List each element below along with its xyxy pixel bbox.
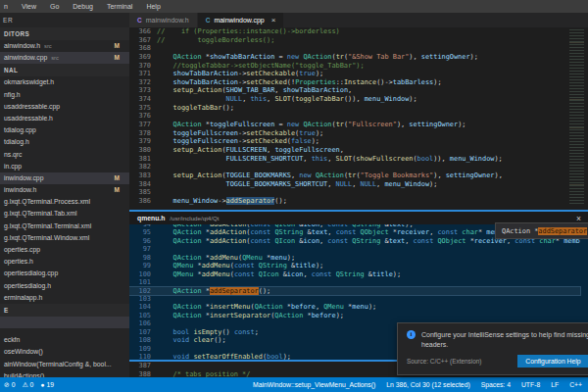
code-text <box>157 245 580 253</box>
sidebar-item[interactable]: opertiesdialog.cpp <box>0 268 129 279</box>
definition-hover-tooltip: QAction *addSeparator(); <box>495 222 588 239</box>
status-right-item-3[interactable]: UTF-8 <box>521 381 540 388</box>
code-line-379[interactable]: 379 toggleFullscreen->setChecked(false); <box>129 137 567 146</box>
status-warnings[interactable]: ⚠0 <box>22 381 33 389</box>
menu-item-debug[interactable]: Debug <box>73 3 93 10</box>
status-right-item-2[interactable]: Spaces: 4 <box>481 381 511 388</box>
code-text: setup_Action(SHOW_TAB_BAR, showTabBarAct… <box>157 86 567 95</box>
code-line-380[interactable]: 380 setup_Action(FULLSCREEN, toggleFulls… <box>129 146 567 155</box>
code-line-366[interactable]: 366// if (Properties::instance()->border… <box>129 27 567 36</box>
code-line-386[interactable]: 386 menu_Window->addSeparator(); <box>129 197 567 206</box>
sidebar-item[interactable]: g.lxqt.QTerminal.Process.xml <box>0 196 129 208</box>
code-line-382[interactable]: 382 <box>129 163 567 172</box>
code-line-372[interactable]: 372 showTabBarAction->setChecked(!Proper… <box>129 78 567 87</box>
line-number: 104 <box>129 303 157 311</box>
sidebar-item[interactable]: g.lxqt.QTerminal.Window.xml <box>0 232 129 244</box>
sidebar-item[interactable]: nfig.h <box>0 89 129 101</box>
sidebar-item[interactable]: tdialog.h <box>0 136 129 148</box>
sidebar-item[interactable]: inwindow.hM <box>0 184 129 196</box>
code-line-99[interactable]: 99 QMenu *addMenu(const QString &title); <box>129 262 580 270</box>
notification-button-configuration-help[interactable]: Configuration Help <box>517 355 588 368</box>
sidebar-section-header[interactable]: DITORS <box>0 27 129 40</box>
code-line-377[interactable]: 377 QAction *toggleFullscreen = new QAct… <box>129 121 567 129</box>
close-icon[interactable]: × <box>271 16 276 24</box>
sidebar-item[interactable]: tdialog.cpp <box>0 124 129 136</box>
sidebar-item[interactable]: oseWindow() <box>0 346 129 358</box>
sidebar-item[interactable]: ainwindow.hsrcM <box>0 40 129 52</box>
status-right-item-4[interactable]: LF <box>551 381 559 388</box>
sidebar-item[interactable]: g.lxqt.QTerminal.Terminal.xml <box>0 220 129 232</box>
line-number: 371 <box>129 70 157 78</box>
line-number: 106 <box>129 319 157 327</box>
code-line-381[interactable]: 381 FULLSCREEN_SHORTCUT, this, SLOT(show… <box>129 155 567 164</box>
status-right-item-1[interactable]: Ln 386, Col 30 (12 selected) <box>386 381 469 388</box>
sidebar-item[interactable]: ainWindow(TerminalConfig &, bool... <box>0 359 129 370</box>
code-line-98[interactable]: 98 QAction *addMenu(QMenu *menu); <box>129 254 580 262</box>
code-line-103[interactable]: 103 <box>129 295 580 303</box>
code-line-376[interactable]: 376 <box>129 112 567 121</box>
line-number: 368 <box>129 44 157 53</box>
sidebar-item[interactable] <box>0 317 129 328</box>
notification-buttons: Configuration HelpDon't Show Again <box>517 355 588 368</box>
sidebar-item[interactable]: usaddressable.cpp <box>0 101 129 113</box>
sidebar-item[interactable]: inwindow.cppM <box>0 172 129 184</box>
sidebar-item[interactable]: eckfn <box>0 334 129 346</box>
status-infos[interactable]: ●19 <box>40 381 54 388</box>
sidebar-item-label: opertiesdialog.h <box>4 280 51 292</box>
sidebar-item-label: opertiesdialog.cpp <box>4 268 58 279</box>
line-number: 103 <box>129 295 157 303</box>
code-line-104[interactable]: 104 QAction *insertMenu(QAction *before,… <box>129 303 580 311</box>
code-line-101[interactable]: 101 <box>129 278 580 286</box>
sidebar-item[interactable]: operties.h <box>0 256 129 268</box>
code-text: showTabBarAction->setChecked(!Properties… <box>157 78 567 87</box>
minimap[interactable] <box>567 27 588 210</box>
code-line-385[interactable]: 385 <box>129 188 567 197</box>
tab-label: mainwindow.cpp <box>214 17 264 24</box>
sidebar-item[interactable]: usaddressable.h <box>0 113 129 124</box>
code-line-373[interactable]: 373 setup_Action(SHOW_TAB_BAR, showTabBa… <box>129 86 567 95</box>
status-errors[interactable]: ⊘0 <box>4 381 15 389</box>
code-line-367[interactable]: 367// toggleBorderless(); <box>129 36 567 45</box>
code-text <box>157 112 567 121</box>
sidebar-section-header[interactable]: NAL <box>0 64 129 76</box>
code-line-383[interactable]: 383 setup_Action(TOGGLE_BOOKMARKS, new Q… <box>129 172 567 180</box>
code-line-102[interactable]: 102 QAction *addSeparator(); <box>129 287 580 295</box>
code-line-384[interactable]: 384 TOGGLE_BOOKMARKS_SHORTCUT, NULL, NUL… <box>129 180 567 189</box>
code-line-368[interactable]: 368 <box>129 44 567 53</box>
code-line-378[interactable]: 378 toggleFullscreen->setCheckable(true)… <box>129 129 567 138</box>
sidebar-item[interactable]: in.cpp <box>0 161 129 172</box>
tab-mainwindow-cpp[interactable]: Cmainwindow.cpp× <box>198 13 285 27</box>
code-line-97[interactable]: 97 <box>129 245 580 253</box>
sidebar-item[interactable]: erminalapp.h <box>0 292 129 304</box>
status-right-item-5[interactable]: C++ <box>569 381 582 388</box>
sidebar-item[interactable]: operties.cpp <box>0 244 129 256</box>
menu-item-view[interactable]: View <box>22 3 36 10</box>
sidebar-item-label: g.lxqt.QTerminal.Window.xml <box>4 232 89 244</box>
tab-mainwindow-h[interactable]: Cmainwindow.h <box>129 13 198 27</box>
sidebar-item[interactable]: ainwindow.cppsrcM <box>0 52 129 64</box>
code-line-105[interactable]: 105 QAction *insertSeparator(QAction *be… <box>129 312 580 319</box>
code-line-371[interactable]: 371 showTabBarAction->setCheckable(true)… <box>129 70 567 78</box>
menu-item-help[interactable]: Help <box>146 3 160 10</box>
sidebar-item[interactable]: g.lxqt.QTerminal.Tab.xml <box>0 208 129 220</box>
notification-toast[interactable]: i Configure your IntelliSense settings t… <box>397 322 588 375</box>
code-line-369[interactable]: 369 QAction *showTabBarAction = new QAct… <box>129 53 567 62</box>
code-line-375[interactable]: 375 toggleTabBar(); <box>129 104 567 113</box>
menu-item-terminal[interactable]: Terminal <box>107 3 132 10</box>
error-circle: ⊘ <box>4 381 10 389</box>
sidebar-item-label: g.lxqt.QTerminal.Terminal.xml <box>4 220 91 232</box>
sidebar-section-header[interactable]: E <box>0 304 129 317</box>
menu-item-n[interactable]: n <box>4 3 8 10</box>
status-right-item-0[interactable]: MainWindow::setup_ViewMenu_Actions() <box>253 381 375 388</box>
sidebar-item[interactable]: opertiesdialog.h <box>0 280 129 292</box>
code-line-374[interactable]: 374 NULL, this, SLOT(toggleTabBar()), me… <box>129 95 567 104</box>
sidebar-item[interactable]: ns.qrc <box>0 149 129 161</box>
code-text: QAction *insertSeparator(QAction *before… <box>157 312 580 319</box>
sidebar-item[interactable]: okmarkswidget.h <box>0 76 129 88</box>
sidebar-item-label: eckfn <box>4 334 20 346</box>
explorer-sidebar[interactable]: ER DITORSainwindow.hsrcMainwindow.cppsrc… <box>0 13 129 378</box>
code-line-100[interactable]: 100 QMenu *addMenu(const QIcon &icon, co… <box>129 270 580 278</box>
menu-item-go[interactable]: Go <box>50 3 59 10</box>
code-line-370[interactable]: 370 //toggleTabbar->setObjectName("toggl… <box>129 62 567 71</box>
sidebar-item-label: g.lxqt.QTerminal.Process.xml <box>4 196 90 208</box>
